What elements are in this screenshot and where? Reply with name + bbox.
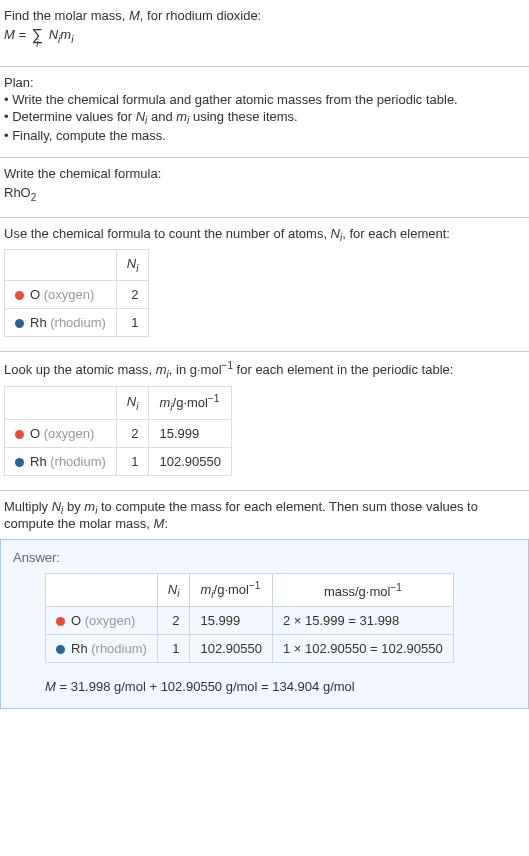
plan-bullet-1: • Write the chemical formula and gather … — [4, 92, 525, 107]
plan-b2-and: and — [147, 109, 176, 124]
rh-name: (rhodium) — [91, 641, 147, 656]
element-cell-rh: Rh (rhodium) — [46, 635, 158, 663]
m-header-text: m — [200, 583, 211, 598]
n-header-sub: i — [136, 263, 138, 274]
ans-o-n: 2 — [157, 607, 190, 635]
summation: ∑i — [32, 23, 43, 48]
mass-section: Look up the atomic mass, mi, in g·mol−1 … — [0, 352, 529, 491]
intro-line: Find the molar mass, — [4, 8, 129, 23]
ans-rh-calc: 1 × 102.90550 = 102.90550 — [272, 635, 453, 663]
plan-b2-end: using these items. — [189, 109, 297, 124]
plan-b2-a: • Determine values for — [4, 109, 136, 124]
answer-box: Answer: Ni mi/g·mol−1 mass/g·mol−1 O (ox… — [0, 539, 529, 709]
table-row: O (oxygen) 2 15.999 2 × 15.999 = 31.998 — [46, 607, 454, 635]
rh-name: (rhodium) — [50, 454, 106, 469]
answer-final: M = 31.998 g/mol + 102.90550 g/mol = 134… — [45, 679, 516, 694]
count-title: Use the chemical formula to count the nu… — [4, 226, 525, 244]
count-title-a: Use the chemical formula to count the nu… — [4, 226, 331, 241]
intro-section: Find the molar mass, M, for rhodium diox… — [0, 0, 529, 67]
ans-o-m: 15.999 — [190, 607, 272, 635]
rh-sym: Rh — [71, 641, 91, 656]
m-header: mi/g·mol−1 — [149, 386, 231, 419]
o-m: 15.999 — [149, 419, 231, 447]
table-row: O (oxygen) 2 15.999 — [5, 419, 232, 447]
plan-title: Plan: — [4, 75, 525, 90]
table-row: O (oxygen) 2 — [5, 280, 149, 308]
empty-header — [5, 250, 117, 281]
ans-rh-n: 1 — [157, 635, 190, 663]
o-sym: O — [30, 426, 44, 441]
final-rhs: = 31.998 g/mol + 102.90550 g/mol = 134.9… — [56, 679, 355, 694]
dot-icon — [15, 319, 24, 328]
element-cell-rh: Rh (rhodium) — [5, 308, 117, 336]
final-lhs: M — [45, 679, 56, 694]
formula-text: RhO — [4, 185, 31, 200]
o-name: (oxygen) — [44, 287, 95, 302]
plan-b2-n: N — [136, 109, 145, 124]
dot-icon — [15, 458, 24, 467]
answer-label: Answer: — [13, 550, 516, 565]
answer-table: Ni mi/g·mol−1 mass/g·mol−1 O (oxygen) 2 … — [45, 573, 454, 663]
n-header: Ni — [157, 574, 190, 607]
mass-table: Ni mi/g·mol−1 O (oxygen) 2 15.999 Rh (rh… — [4, 386, 232, 476]
multiply-text: Multiply Ni by mi to compute the mass fo… — [4, 499, 525, 532]
rh-count: 1 — [116, 308, 149, 336]
mass-title: Look up the atomic mass, mi, in g·mol−1 … — [4, 360, 525, 380]
o-name: (oxygen) — [85, 613, 136, 628]
o-sym: O — [71, 613, 85, 628]
table-header-row: Ni mi/g·mol−1 — [5, 386, 232, 419]
n-header-text: N — [127, 256, 136, 271]
element-cell-o: O (oxygen) — [5, 280, 117, 308]
intro-m: M — [129, 8, 140, 23]
element-cell-rh: Rh (rhodium) — [5, 447, 117, 475]
dot-icon — [15, 430, 24, 439]
table-header-row: Ni — [5, 250, 149, 281]
element-cell-o: O (oxygen) — [46, 607, 158, 635]
mul-m: m — [84, 499, 95, 514]
n-header-text: N — [127, 394, 136, 409]
n-header: Ni — [116, 386, 149, 419]
dot-icon — [56, 617, 65, 626]
n-header-sub: i — [177, 588, 179, 599]
mass-header: mass/g·mol−1 — [272, 574, 453, 607]
m-header-sup: −1 — [249, 580, 260, 591]
mass-header-text: mass/g·mol — [324, 584, 390, 599]
rh-sym: Rh — [30, 315, 50, 330]
formula-title: Write the chemical formula: — [4, 166, 525, 181]
mass-header-sup: −1 — [390, 582, 401, 593]
chemical-formula: RhO2 — [4, 185, 525, 203]
mul-n: N — [52, 499, 61, 514]
n-header-text: N — [168, 582, 177, 597]
eq-m-sub: i — [71, 28, 73, 52]
formula-section: Write the chemical formula: RhO2 — [0, 158, 529, 218]
dot-icon — [15, 291, 24, 300]
intro-line-b: , for rhodium dioxide: — [140, 8, 261, 23]
count-title-n: N — [331, 226, 340, 241]
intro-formula: M = ∑i Nimi — [4, 23, 525, 52]
m-header: mi/g·mol−1 — [190, 574, 272, 607]
empty-header — [5, 386, 117, 419]
mass-title-b: , in g·mol — [169, 362, 222, 377]
o-n: 2 — [116, 419, 149, 447]
n-header-sub: i — [136, 401, 138, 412]
ans-o-calc: 2 × 15.999 = 31.998 — [272, 607, 453, 635]
table-row: Rh (rhodium) 1 102.90550 1 × 102.90550 =… — [46, 635, 454, 663]
count-section: Use the chemical formula to count the nu… — [0, 218, 529, 352]
eq-lhs: M = — [4, 27, 30, 42]
mass-title-sup: −1 — [222, 360, 233, 371]
rh-sym: Rh — [30, 454, 50, 469]
table-header-row: Ni mi/g·mol−1 mass/g·mol−1 — [46, 574, 454, 607]
m-header-unit: /g·mol — [214, 583, 249, 598]
eq-m: m — [60, 27, 71, 42]
mul-by: by — [63, 499, 84, 514]
rh-n: 1 — [116, 447, 149, 475]
mass-title-m: m — [156, 362, 167, 377]
plan-bullet-3: • Finally, compute the mass. — [4, 128, 525, 143]
formula-sub: 2 — [31, 192, 37, 203]
m-header-unit: /g·mol — [173, 395, 208, 410]
count-title-b: , for each element: — [342, 226, 450, 241]
o-count: 2 — [116, 280, 149, 308]
mass-title-c: for each element in the periodic table: — [233, 362, 453, 377]
m-header-sup: −1 — [208, 393, 219, 404]
mul-mm: M — [154, 516, 165, 531]
